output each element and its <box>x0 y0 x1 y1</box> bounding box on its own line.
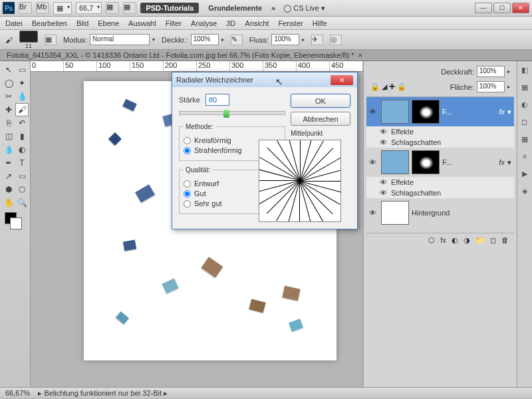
zoom-dd[interactable]: 66,7 <box>76 2 102 14</box>
hand-tool[interactable]: ✋ <box>2 196 15 209</box>
actions-panel-icon[interactable]: ▶ <box>519 168 531 180</box>
menu-ansicht[interactable]: Ansicht <box>245 19 269 27</box>
workspace-tab-grund[interactable]: Grundelemente <box>203 3 267 13</box>
eraser-tool[interactable]: ◫ <box>2 130 15 143</box>
nav-panel-icon[interactable]: ▦ <box>519 133 531 145</box>
menu-analyse[interactable]: Analyse <box>191 19 217 27</box>
dialog-close-button[interactable]: ✕ <box>331 75 353 85</box>
minimize-button[interactable]: — <box>475 3 492 13</box>
amount-slider[interactable] <box>179 111 285 115</box>
document-tab[interactable]: Fotolia_6415354_XXL - © 1418336 Ontario … <box>0 50 532 61</box>
color-swatches[interactable] <box>2 212 29 231</box>
history-tool[interactable]: ↶ <box>15 116 29 130</box>
brush-preview[interactable] <box>19 31 38 43</box>
bridge-button[interactable]: Br <box>19 2 32 14</box>
pressure-size-icon[interactable]: ◎ <box>330 35 342 45</box>
menu-filter[interactable]: Filter <box>166 19 182 27</box>
marquee-tool[interactable]: ▭ <box>15 63 29 76</box>
more-icon[interactable]: » <box>271 4 275 12</box>
ruler-horizontal: 050100150200250300350400450 <box>31 61 363 72</box>
menu-auswahl[interactable]: Auswahl <box>128 19 156 27</box>
schlagschatten-row[interactable]: 👁Schlagschatten <box>366 137 514 148</box>
menu-bild[interactable]: Bild <box>76 19 88 27</box>
trash-icon[interactable]: 🗑 <box>501 236 509 245</box>
fx-icon[interactable]: fx <box>440 236 446 245</box>
layer-thumb <box>381 150 409 174</box>
mask-thumb <box>412 100 440 124</box>
menu-datei[interactable]: Datei <box>5 19 23 27</box>
layer-1[interactable]: 👁 F... fx▾ <box>366 97 514 126</box>
status-bar: 66,67% ▸ Belichtung funktioniert nur bei… <box>0 387 532 398</box>
cslive-label[interactable]: CS Live <box>293 4 319 12</box>
mask-icon[interactable]: ◐ <box>452 236 458 245</box>
status-msg: Belichtung funktioniert nur bei 32-Bit <box>44 389 162 397</box>
extras-button[interactable]: ▦ <box>123 2 136 14</box>
cancel-button[interactable]: Abbrechen <box>291 112 350 126</box>
mb-button[interactable]: Mb <box>36 2 49 14</box>
visibility-icon[interactable]: 👁 <box>369 158 378 166</box>
panels: Deckkraft:100%▸ 🔒 ◢ ✚ 🔒Fläche:100%▸ 👁 F.… <box>363 61 517 387</box>
zoom-tool[interactable]: 🔍 <box>15 196 29 209</box>
eyedrop-tool[interactable]: 💧 <box>15 90 29 103</box>
menu-fenster[interactable]: Fenster <box>278 19 303 27</box>
crop-tool[interactable]: ✂ <box>2 90 15 103</box>
modus-dd[interactable]: Normal <box>90 34 150 45</box>
wand-tool[interactable]: ✦ <box>15 76 29 90</box>
layers-panel-icon[interactable]: ◈ <box>519 185 531 197</box>
fill-input[interactable]: 100% <box>477 81 505 92</box>
pressure-opacity-icon[interactable]: ✎ <box>231 35 243 45</box>
stamp-tool[interactable]: ⎘ <box>2 116 15 130</box>
blur-tool[interactable]: 💧 <box>2 143 15 156</box>
close-button[interactable]: ✕ <box>512 3 529 13</box>
history-panel-icon[interactable]: ≡ <box>519 150 531 162</box>
deckr-input[interactable]: 100% <box>191 34 219 45</box>
brush-panel-icon[interactable]: ▦ <box>45 35 57 45</box>
folder-icon[interactable]: 📁 <box>475 236 485 245</box>
layer-background[interactable]: 👁 Hintergrund <box>366 198 514 227</box>
arrange-button[interactable]: ▦ <box>106 2 119 14</box>
color-panel-icon[interactable]: ◧ <box>519 64 531 76</box>
adjust-panel-icon[interactable]: ◐ <box>519 98 531 110</box>
screen-mode-dd[interactable]: ▦ <box>53 2 72 15</box>
fluss-input[interactable]: 100% <box>271 34 299 45</box>
shape-tool[interactable]: ▭ <box>15 170 29 183</box>
menu-hilfe[interactable]: Hilfe <box>313 19 327 27</box>
dialog-titlebar[interactable]: Radialer Weichzeichner ✕ <box>172 72 357 87</box>
brush-tool[interactable]: 🖌 <box>15 103 29 116</box>
heal-tool[interactable]: ✚ <box>2 103 15 116</box>
menu-ebene[interactable]: Ebene <box>98 19 119 27</box>
move-tool[interactable]: ↖ <box>2 63 15 76</box>
lasso-tool[interactable]: ◯ <box>2 76 15 90</box>
visibility-icon[interactable]: 👁 <box>369 108 378 116</box>
layer-2[interactable]: 👁 F... fx▾ <box>366 148 514 177</box>
link-icon[interactable]: ⬡ <box>428 236 435 245</box>
maximize-button[interactable]: ☐ <box>493 3 511 13</box>
new-icon[interactable]: ◻ <box>490 236 496 245</box>
pen-tool[interactable]: ✒ <box>2 156 15 170</box>
ok-button[interactable]: OK <box>291 94 350 108</box>
type-tool[interactable]: T <box>15 156 29 170</box>
swatches-panel-icon[interactable]: ▦ <box>519 81 531 93</box>
zoom-level[interactable]: 66,67% <box>5 389 30 397</box>
masks-panel-icon[interactable]: ◻ <box>519 116 531 128</box>
workspace-tab-psd[interactable]: PSD-Tutorials <box>140 3 199 13</box>
adjust-icon[interactable]: ◑ <box>464 236 470 245</box>
blur-preview[interactable] <box>259 140 341 222</box>
menu-bearbeiten[interactable]: Bearbeiten <box>32 19 67 27</box>
schlagschatten-row-2[interactable]: 👁Schlagschatten <box>366 188 514 198</box>
gradient-tool[interactable]: ▮ <box>15 130 29 143</box>
path-tool[interactable]: ↗ <box>2 170 15 183</box>
effects-row-2[interactable]: 👁Effekte <box>366 177 514 188</box>
airbrush-icon[interactable]: ✈ <box>311 35 323 45</box>
opacity-input[interactable]: 100% <box>477 66 505 77</box>
title-bar: Ps Br Mb ▦ 66,7 ▦ ▦ PSD-Tutorials Grunde… <box>0 0 532 17</box>
amount-input[interactable] <box>205 94 229 106</box>
menu-3d[interactable]: 3D <box>226 19 235 27</box>
3d-tool[interactable]: ⬢ <box>2 183 15 196</box>
effects-row[interactable]: 👁Effekte <box>366 126 514 137</box>
toolbox: ↖▭ ◯✦ ✂💧 ✚🖌 ⎘↶ ◫▮ 💧◐ ✒T ↗▭ ⬢⬡ ✋🔍 <box>0 61 31 387</box>
dodge-tool[interactable]: ◐ <box>15 143 29 156</box>
3d-cam-tool[interactable]: ⬡ <box>15 183 29 196</box>
visibility-icon[interactable]: 👁 <box>369 209 378 217</box>
layer-actions: ⬡ fx ◐ ◑ 📁 ◻ 🗑 <box>366 233 514 247</box>
